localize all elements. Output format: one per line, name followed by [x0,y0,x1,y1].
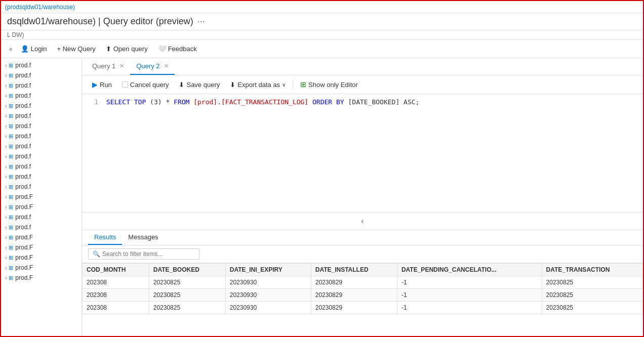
tab-query2[interactable]: Query 2 ✕ [130,58,174,75]
table-row: 202308 20230825 20230930 20230829 -1 202… [83,288,643,301]
show-only-editor-button[interactable]: ⊞ Show only Editor [296,78,362,91]
chevron-right-icon: › [5,194,7,200]
sidebar-item-label: prod.f [15,173,31,180]
sidebar-item[interactable]: › ⊞ prod.f [1,91,82,101]
sidebar-item[interactable]: › ⊞ prod.f [1,172,82,182]
table-icon: ⊞ [9,244,13,251]
breadcrumb: L DW) [1,30,643,40]
sidebar-item[interactable]: › ⊞ prod.F [1,202,82,212]
col-date-transaction: DATE_TRANSACTION [542,263,642,276]
table-icon: ⊞ [9,275,13,281]
sidebar-item[interactable]: › ⊞ prod.f [1,182,82,192]
login-button[interactable]: 👤 Login [17,43,51,55]
table-icon: ⊞ [9,113,13,119]
sidebar-item[interactable]: › ⊞ prod.f [1,151,82,161]
chevron-right-icon: › [5,113,7,119]
content-area: Query 1 ✕ Query 2 ✕ ▶ Run Cancel query ⬇… [82,58,643,337]
chevron-right-icon: › [5,144,7,149]
chevron-right-icon: › [5,174,7,180]
cell-date-installed: 20230829 [311,276,397,288]
sidebar-item[interactable]: › ⊞ prod.F [1,252,82,263]
cancel-query-button[interactable]: Cancel query [118,79,173,91]
table-icon: ⊞ [9,163,13,170]
results-tabs: Results Messages [82,230,643,245]
feedback-button[interactable]: 🤍 Feedback [154,43,201,55]
query-editor-toolbar: ▶ Run Cancel query ⬇ Save query ⬇ Export… [82,75,643,94]
sidebar-item[interactable]: › ⊞ prod.F [1,242,82,252]
open-icon: ⬆ [106,45,111,53]
table-icon: ⊞ [9,72,13,79]
table-icon: ⊞ [9,184,13,190]
sidebar-item[interactable]: › ⊞ prod.F [1,263,82,273]
sidebar-item[interactable]: › ⊞ prod.f [1,80,82,91]
more-options-icon[interactable]: ··· [197,16,205,27]
col-date-ini-expiry: DATE_INI_EXPIRY [225,263,311,276]
sidebar-item[interactable]: › ⊞ prod.F [1,192,82,202]
sidebar-item[interactable]: › ⊞ prod.f [1,121,82,131]
table-row: 202308 20230825 20230930 20230829 -1 202… [83,276,643,288]
chevron-right-icon: › [5,83,7,89]
sidebar-item[interactable]: › ⊞ prod.f [1,101,82,111]
grid-icon: ⊞ [300,80,306,89]
cell-date-ini-expiry: 20230930 [225,276,311,288]
cell-date-pending: -1 [397,301,542,314]
sql-code: SELECT TOP (3) * FROM [prod].[FACT_TRANS… [106,98,419,106]
sidebar-item-label: prod.F [15,274,33,281]
chevron-right-icon: › [5,265,7,271]
sidebar-item[interactable]: › ⊞ prod.F [1,232,82,242]
chevron-right-icon: › [5,225,7,230]
collapse-panel: ‹ [82,213,643,230]
sidebar-item-label: prod.f [15,122,31,130]
play-icon: ▶ [92,80,98,89]
tab-query2-label: Query 2 [136,62,159,70]
search-input[interactable] [102,250,195,258]
sidebar-item[interactable]: › ⊞ prod.f [1,111,82,121]
sidebar-item-label: prod.f [15,153,31,160]
sidebar-item[interactable]: › ⊞ prod.f [1,222,82,232]
sidebar-item[interactable]: › ⊞ prod.f [1,131,82,141]
dropdown-arrow-icon: ∨ [282,82,286,88]
sidebar-item[interactable]: › ⊞ prod.f [1,60,82,70]
sidebar-item[interactable]: › ⊞ prod.f [1,70,82,80]
sidebar-item[interactable]: › ⊞ prod.f [1,212,82,222]
save-query-button[interactable]: ⬇ Save query [175,79,224,91]
sidebar-item-label: prod.f [15,82,31,89]
tab-query1-label: Query 1 [92,62,115,70]
cell-date-transaction: 20230825 [542,288,642,301]
chevron-right-icon: › [5,123,7,129]
tab-query1[interactable]: Query 1 ✕ [86,58,130,75]
collapse-results-button[interactable]: ‹ [359,215,366,228]
sidebar-item-label: prod.F [15,193,33,200]
cell-date-pending: -1 [397,288,542,301]
export-data-button[interactable]: ⬇ Export data as ∨ [226,79,290,91]
table-icon: ⊞ [9,82,13,89]
cell-date-booked: 20230825 [149,276,225,288]
editor-line-1: 1 SELECT TOP (3) * FROM [prod].[FACT_TRA… [88,98,637,106]
cell-date-transaction: 20230825 [542,301,642,314]
cell-cod-month: 202308 [83,301,149,314]
sidebar-item[interactable]: › ⊞ prod.f [1,141,82,151]
sidebar-item-label: prod.f [15,143,31,150]
tab-messages[interactable]: Messages [122,230,164,245]
table-icon: ⊞ [9,214,13,221]
open-query-button[interactable]: ⬆ Open query [102,43,152,55]
table-icon: ⊞ [9,174,13,180]
export-icon: ⬇ [230,81,235,89]
sql-editor[interactable]: 1 SELECT TOP (3) * FROM [prod].[FACT_TRA… [82,94,643,213]
cell-date-pending: -1 [397,276,542,288]
chevron-right-icon: › [5,93,7,99]
close-query2-icon[interactable]: ✕ [164,63,169,69]
run-button[interactable]: ▶ Run [88,78,116,91]
collapse-sidebar-button[interactable]: « [7,44,15,55]
tab-results[interactable]: Results [88,230,122,245]
sidebar-item[interactable]: › ⊞ prod.f [1,161,82,172]
sidebar-item[interactable]: › ⊞ prod.F [1,273,82,283]
sidebar-item-label: prod.f [15,92,31,99]
table-icon: ⊞ [9,265,13,271]
cell-date-installed: 20230829 [311,301,397,314]
top-bar-title[interactable]: (prodsqldw01/warehouse) [5,4,75,11]
cell-cod-month: 202308 [83,288,149,301]
search-icon: 🔍 [93,250,100,258]
new-query-button[interactable]: + New Query [53,43,100,55]
close-query1-icon[interactable]: ✕ [119,63,124,69]
